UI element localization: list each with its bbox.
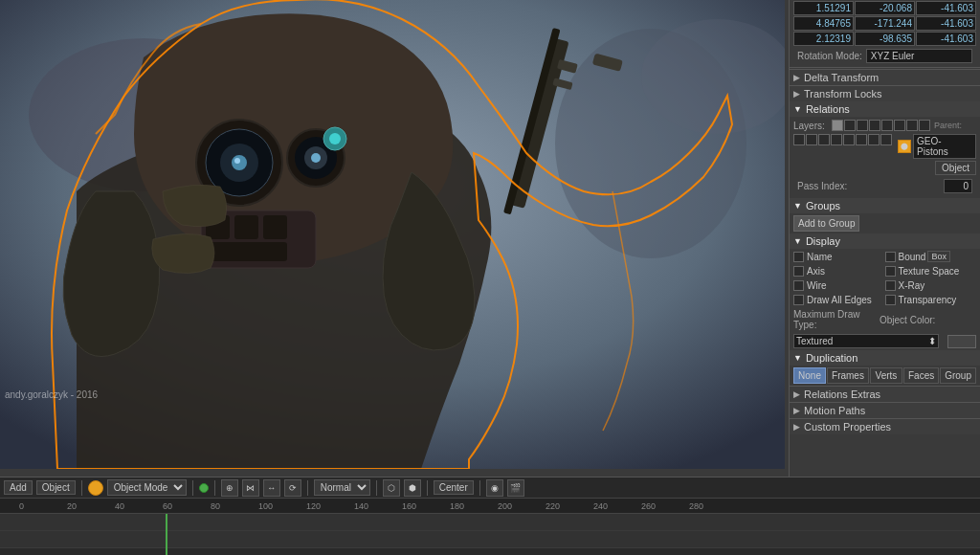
separator-7: [479, 480, 480, 496]
xray-checkbox[interactable]: [885, 280, 896, 291]
viewport-scene: [0, 0, 785, 469]
bound-checkbox[interactable]: [885, 252, 896, 262]
name-checkbox[interactable]: [793, 252, 804, 262]
ruler-180: 180: [450, 501, 464, 511]
val-r2c1[interactable]: 4.84765: [793, 16, 854, 31]
camera-icon[interactable]: ◉: [486, 479, 503, 497]
object-mode-icon[interactable]: [88, 480, 103, 496]
layer-box-8[interactable]: [919, 120, 930, 131]
duplication-none-button[interactable]: None: [793, 367, 826, 384]
pass-index-value[interactable]: 0: [944, 179, 972, 193]
transparency-checkbox[interactable]: [885, 295, 896, 305]
layer-box-16[interactable]: [880, 134, 892, 145]
ruler-100: 100: [258, 501, 273, 511]
timeline-content[interactable]: [0, 514, 980, 555]
pivot-icon[interactable]: ⊕: [221, 479, 238, 497]
layer-box-9[interactable]: [793, 134, 805, 145]
texture-space-checkbox[interactable]: [885, 266, 896, 277]
add-to-group-button[interactable]: Add to Group: [793, 215, 859, 232]
draw-type-select[interactable]: Textured⬍: [793, 334, 939, 348]
mesh-icon[interactable]: ⬡: [383, 479, 400, 497]
layer-box-12[interactable]: [831, 134, 842, 145]
separator-2: [192, 480, 193, 496]
ruler-80: 80: [211, 501, 220, 511]
val-r1c1[interactable]: 1.51291: [793, 1, 854, 15]
obj-color-box[interactable]: [947, 335, 976, 348]
delta-transform-section[interactable]: ▶ Delta Transform: [790, 69, 980, 85]
layer-box-1[interactable]: [832, 120, 843, 131]
center-button[interactable]: Center: [434, 480, 474, 495]
relations-extras-section[interactable]: ▶ Relations Extras: [790, 386, 980, 402]
snap-icon[interactable]: ⋈: [242, 479, 259, 497]
draw-all-edges-checkbox[interactable]: [793, 295, 804, 305]
duplication-verts-button[interactable]: Verts: [870, 367, 902, 384]
viewport-status-dot: [199, 483, 209, 493]
layer-box-2[interactable]: [844, 120, 856, 131]
transform-icon[interactable]: ⟳: [284, 479, 301, 497]
val-r2c3[interactable]: -41.603: [916, 16, 976, 31]
viewport[interactable]: andy.goralczyk - 2016: [0, 0, 789, 477]
layer-box-6[interactable]: [894, 120, 905, 131]
manipulator-icon[interactable]: ↔: [263, 479, 280, 497]
layer-boxes-row2: [793, 134, 892, 159]
add-button[interactable]: Add: [4, 480, 33, 495]
object-button[interactable]: Object: [36, 480, 76, 495]
duplication-section-header[interactable]: ▼ Duplication: [790, 350, 980, 366]
box-label[interactable]: Box: [927, 251, 950, 262]
val-r1c2[interactable]: -20.068: [855, 1, 915, 15]
transform-locks-section[interactable]: ▶ Transform Locks: [790, 85, 980, 101]
display-section-header[interactable]: ▼ Display: [790, 233, 980, 249]
parent-value[interactable]: GEO-Pistons: [913, 134, 976, 159]
relations-extras-arrow: ▶: [793, 389, 800, 399]
layer-box-7[interactable]: [906, 120, 918, 131]
layer-box-14[interactable]: [856, 134, 867, 145]
duplication-frames-button[interactable]: Frames: [827, 367, 869, 384]
parent-type-value[interactable]: Object: [935, 161, 976, 175]
svg-point-12: [311, 153, 321, 163]
svg-point-19: [329, 133, 341, 144]
layer-box-15[interactable]: [868, 134, 880, 145]
ruler-260: 260: [641, 501, 656, 511]
duplication-faces-button[interactable]: Faces: [903, 367, 939, 384]
layer-box-13[interactable]: [843, 134, 855, 145]
val-r3c1[interactable]: 2.12319: [793, 32, 854, 46]
separator-5: [376, 480, 377, 496]
separator-6: [427, 480, 428, 496]
separator-4: [307, 480, 308, 496]
val-r3c2[interactable]: -98.635: [855, 32, 915, 46]
ruler-160: 160: [402, 501, 416, 511]
bound-label: Bound: [899, 252, 926, 262]
val-r1c3[interactable]: -41.603: [916, 1, 976, 15]
val-r2c2[interactable]: -171.244: [855, 16, 915, 31]
layer-box-5[interactable]: [881, 120, 893, 131]
layer-box-3[interactable]: [857, 120, 868, 131]
val-r3c3[interactable]: -41.603: [916, 32, 976, 46]
axis-checkbox[interactable]: [793, 266, 804, 277]
axis-label: Axis: [807, 266, 825, 277]
custom-properties-section[interactable]: ▶ Custom Properties: [790, 418, 980, 434]
layer-box-4[interactable]: [869, 120, 880, 131]
transform-locks-label: Transform Locks: [804, 88, 882, 100]
pass-index-row: Pass Index: 0: [793, 177, 976, 195]
render-icon[interactable]: 🎬: [507, 479, 524, 497]
duplication-label: Duplication: [806, 352, 858, 364]
name-label: Name: [807, 252, 833, 262]
wire-icon[interactable]: ⬢: [404, 479, 421, 497]
timeline-track-1: [0, 514, 980, 531]
parent-col-label: Parent:: [934, 121, 962, 130]
layer-box-11[interactable]: [818, 134, 830, 145]
draw-all-edges-label: Draw All Edges: [807, 295, 872, 305]
normal-select[interactable]: Normal: [314, 479, 370, 496]
groups-section-header[interactable]: ▼ Groups: [790, 198, 980, 213]
relations-section-header[interactable]: ▼ Relations: [790, 101, 980, 117]
motion-paths-section[interactable]: ▶ Motion Paths: [790, 402, 980, 418]
timeline-area: 0 20 40 60 80 100 120 140 160 180 200 22…: [0, 498, 980, 555]
top-area: andy.goralczyk - 2016 1.51291 -20.068 -4…: [0, 0, 980, 477]
layer-box-10[interactable]: [806, 134, 817, 145]
duplication-group-button[interactable]: Group: [940, 367, 976, 384]
rotation-mode-value[interactable]: XYZ Euler: [866, 49, 972, 63]
object-mode-select[interactable]: Object Mode: [107, 479, 187, 496]
ruler-220: 220: [546, 501, 560, 511]
wire-checkbox[interactable]: [793, 280, 804, 291]
rotation-mode-label: Rotation Mode:: [797, 51, 862, 61]
